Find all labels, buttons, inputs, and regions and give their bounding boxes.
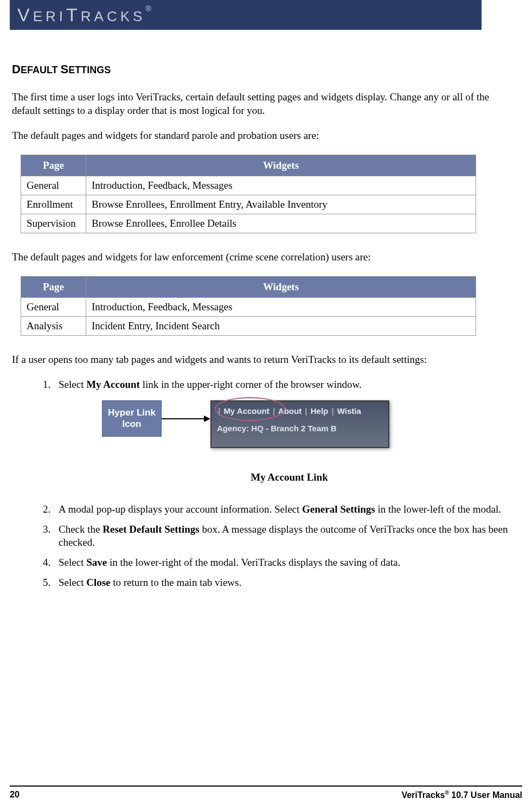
footer-title: VeriTracks® 10.7 User Manual (401, 790, 522, 800)
intro-paragraph: The first time a user logs into VeriTrac… (12, 91, 520, 117)
table-standard-users: Page Widgets General Introduction, Feedb… (21, 155, 476, 233)
table-row: Enrollment Browse Enrollees, Enrollment … (21, 195, 476, 214)
col-header-page: Page (21, 276, 86, 297)
link-about[interactable]: About (278, 406, 302, 416)
callout-box: Hyper Link Icon (102, 400, 162, 437)
step-3: Check the Reset Default Settings box. A … (53, 523, 520, 550)
agency-label: Agency: HQ - Branch 2 Team B (211, 419, 388, 436)
brand-logo: VERITRACKS® (17, 4, 151, 25)
my-account-diagram: Hyper Link Icon | My Account | About | H… (102, 400, 520, 460)
figure-caption: My Account Link (59, 471, 520, 484)
step-5: Select Close to return to the main tab v… (53, 576, 520, 590)
step-1: Select My Account link in the upper-righ… (53, 378, 520, 484)
steps-intro: If a user opens too many tab pages and w… (12, 353, 520, 367)
table-row: Supervision Browse Enrollees, Enrollee D… (21, 214, 476, 233)
page-footer: 20 VeriTracks® 10.7 User Manual (10, 786, 522, 800)
col-header-page: Page (21, 155, 86, 176)
table-row: General Introduction, Feedback, Messages (21, 297, 476, 316)
link-wistia[interactable]: Wistia (337, 406, 361, 416)
link-help[interactable]: Help (311, 406, 329, 416)
col-header-widgets: Widgets (86, 276, 476, 297)
svg-marker-1 (204, 416, 210, 422)
link-my-account[interactable]: My Account (223, 406, 269, 416)
registered-icon: ® (445, 790, 448, 796)
table-row: Analysis Incident Entry, Incident Search (21, 316, 476, 335)
section-heading: DEFAULT SETTINGS (12, 62, 520, 76)
col-header-widgets: Widgets (86, 155, 476, 176)
arrow-icon (162, 411, 210, 444)
table-row: General Introduction, Feedback, Messages (21, 176, 476, 195)
header-bar: VERITRACKS® (10, 0, 482, 30)
app-header-mock: | My Account | About | Help | Wistia Age… (210, 400, 389, 448)
page-number: 20 (10, 790, 20, 800)
table-law-enforcement: Page Widgets General Introduction, Feedb… (21, 276, 476, 336)
step-2: A modal pop-up displays your account inf… (53, 503, 520, 516)
step-4: Select Save in the lower-right of the mo… (53, 556, 520, 570)
table1-intro: The default pages and widgets for standa… (12, 129, 520, 143)
table2-intro: The default pages and widgets for law en… (12, 251, 520, 264)
